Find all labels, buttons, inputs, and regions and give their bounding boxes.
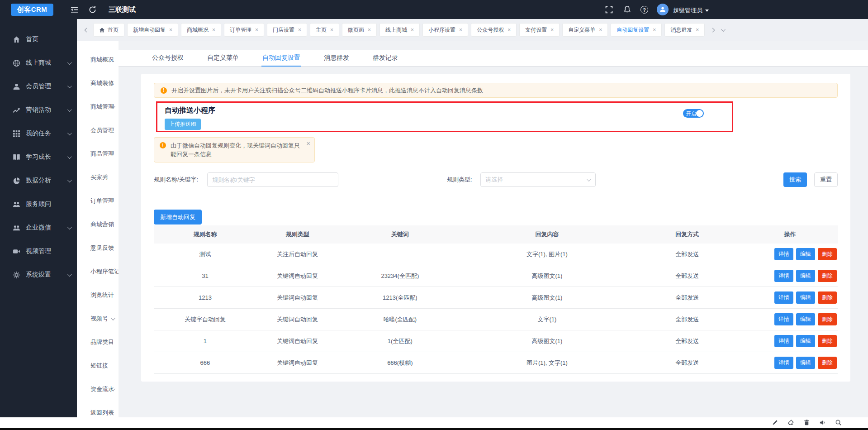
submenu-item[interactable]: 订单管理 — [77, 189, 119, 213]
submenu-item[interactable]: 商品管理 — [77, 142, 119, 166]
detail-button[interactable]: 详情 — [774, 357, 793, 369]
route-tab[interactable]: 主页× — [310, 23, 339, 37]
edit-button[interactable]: 编辑 — [796, 335, 815, 347]
sidebar-item-settings[interactable]: 系统设置 — [0, 263, 77, 287]
close-icon[interactable]: × — [306, 140, 310, 147]
edit-button[interactable]: 编辑 — [796, 248, 815, 260]
notification-bell-icon[interactable] — [623, 5, 631, 13]
speaker-icon[interactable] — [819, 419, 826, 426]
user-menu[interactable]: 超级管理员 — [673, 6, 709, 14]
close-icon[interactable]: × — [653, 27, 656, 33]
sidebar-item-home[interactable]: 首页 — [0, 28, 77, 51]
route-tab-home[interactable]: 首页 — [93, 23, 124, 37]
submenu-item[interactable]: 资金流水 — [77, 377, 119, 401]
submenu-item[interactable]: 视频号 — [77, 307, 119, 330]
close-icon[interactable]: × — [298, 27, 301, 33]
reset-button[interactable]: 重置 — [814, 172, 838, 187]
close-icon[interactable]: × — [459, 27, 462, 33]
sidebar-item-video[interactable]: 视频管理 — [0, 239, 77, 263]
close-icon[interactable]: × — [411, 27, 414, 33]
route-tab[interactable]: 新增自动回复× — [127, 23, 178, 37]
help-icon[interactable]: ? — [640, 6, 648, 14]
tabs-menu-button[interactable] — [718, 24, 726, 36]
close-icon[interactable]: × — [368, 27, 371, 33]
tab-auto-reply-settings[interactable]: 自动回复设置 — [261, 50, 301, 66]
submenu-item[interactable]: 浏览统计 — [77, 283, 119, 307]
tab-official-account-auth[interactable]: 公众号授权 — [151, 50, 185, 66]
auto-push-toggle[interactable]: 开启 — [683, 109, 704, 118]
eraser-icon[interactable] — [787, 419, 794, 426]
submenu-item[interactable]: 小程序笔记 — [77, 260, 119, 283]
refresh-icon[interactable] — [89, 6, 96, 14]
sidebar-item-my-tasks[interactable]: 我的任务 — [0, 122, 77, 145]
detail-button[interactable]: 详情 — [774, 291, 793, 304]
route-tab[interactable]: 微页面× — [342, 23, 377, 37]
tab-custom-menu[interactable]: 自定义菜单 — [206, 50, 240, 66]
delete-button[interactable]: 删除 — [818, 270, 837, 282]
rule-name-input[interactable] — [207, 172, 338, 187]
delete-button[interactable]: 删除 — [818, 335, 837, 347]
pen-icon[interactable] — [772, 419, 778, 426]
detail-button[interactable]: 详情 — [774, 313, 793, 325]
edit-button[interactable]: 编辑 — [796, 270, 815, 282]
submenu-item[interactable]: 意见反馈 — [77, 236, 119, 260]
sidebar-item-marketing[interactable]: 营销活动 — [0, 98, 77, 122]
edit-button[interactable]: 编辑 — [796, 291, 815, 304]
search-button[interactable]: 搜索 — [783, 172, 807, 187]
submenu-item[interactable]: 会员管理 — [77, 119, 119, 142]
tab-message-broadcast[interactable]: 消息群发 — [323, 50, 350, 66]
tabs-scroll-right-button[interactable] — [708, 24, 716, 36]
close-icon[interactable]: × — [550, 27, 554, 33]
tab-broadcast-records[interactable]: 群发记录 — [372, 50, 399, 66]
route-tab[interactable]: 公众号授权× — [471, 23, 517, 37]
close-icon[interactable]: × — [599, 27, 602, 33]
submenu-item[interactable]: 品牌类目 — [77, 330, 119, 354]
sidebar-item-learning[interactable]: 学习成长 — [0, 145, 77, 169]
route-tab[interactable]: 线上商城× — [379, 23, 420, 37]
submenu-item[interactable]: 商城装修 — [77, 72, 119, 95]
route-tab[interactable]: 商城概况× — [181, 23, 221, 37]
detail-button[interactable]: 详情 — [774, 335, 793, 347]
route-tab[interactable]: 支付设置× — [519, 23, 560, 37]
route-tab[interactable]: 门店设置× — [267, 23, 307, 37]
upload-push-image-button[interactable]: 上传推送图 — [165, 119, 201, 130]
route-tab[interactable]: 消息群发× — [664, 23, 705, 37]
delete-button[interactable]: 删除 — [818, 291, 837, 304]
route-tab[interactable]: 小程序设置× — [422, 23, 468, 37]
tasks-icon — [13, 130, 20, 138]
sidebar-item-analytics[interactable]: 数据分析 — [0, 169, 77, 192]
sidebar-item-advisor[interactable]: 服务顾问 — [0, 192, 77, 216]
close-icon[interactable]: × — [169, 27, 172, 33]
route-tab-active[interactable]: 自动回复设置× — [611, 23, 662, 37]
user-avatar[interactable] — [657, 4, 669, 15]
delete-button[interactable]: 删除 — [818, 357, 837, 369]
route-tab[interactable]: 订单管理× — [224, 23, 264, 37]
sidebar-item-members[interactable]: 会员管理 — [0, 75, 77, 98]
route-tab[interactable]: 自定义菜单× — [562, 23, 608, 37]
submenu-item[interactable]: 买家秀 — [77, 166, 119, 189]
add-auto-reply-button[interactable]: 新增自动回复 — [154, 210, 202, 225]
tabs-scroll-left-button[interactable] — [82, 24, 90, 36]
submenu-item[interactable]: 商城管理 — [77, 95, 119, 119]
delete-button[interactable]: 删除 — [818, 248, 837, 260]
rule-type-select[interactable]: 请选择 — [480, 172, 596, 187]
trash-icon[interactable] — [803, 419, 810, 426]
submenu-item[interactable]: 商城概况 — [77, 48, 119, 72]
close-icon[interactable]: × — [508, 27, 511, 33]
delete-button[interactable]: 删除 — [818, 313, 837, 325]
edit-button[interactable]: 编辑 — [796, 357, 815, 369]
detail-button[interactable]: 详情 — [774, 248, 793, 260]
fullscreen-icon[interactable] — [605, 6, 613, 14]
close-icon[interactable]: × — [696, 27, 699, 33]
submenu-item[interactable]: 短链接 — [77, 354, 119, 377]
detail-button[interactable]: 详情 — [774, 270, 793, 282]
close-icon[interactable]: × — [255, 27, 258, 33]
sidebar-item-wecom[interactable]: 企业微信 — [0, 216, 77, 239]
sidebar-collapse-icon[interactable] — [71, 6, 78, 14]
magnifier-icon[interactable] — [835, 419, 842, 426]
edit-button[interactable]: 编辑 — [796, 313, 815, 325]
submenu-item[interactable]: 商城营销 — [77, 213, 119, 236]
close-icon[interactable]: × — [212, 27, 215, 33]
sidebar-item-online-mall[interactable]: 线上商城 — [0, 51, 77, 75]
close-icon[interactable]: × — [330, 27, 333, 33]
